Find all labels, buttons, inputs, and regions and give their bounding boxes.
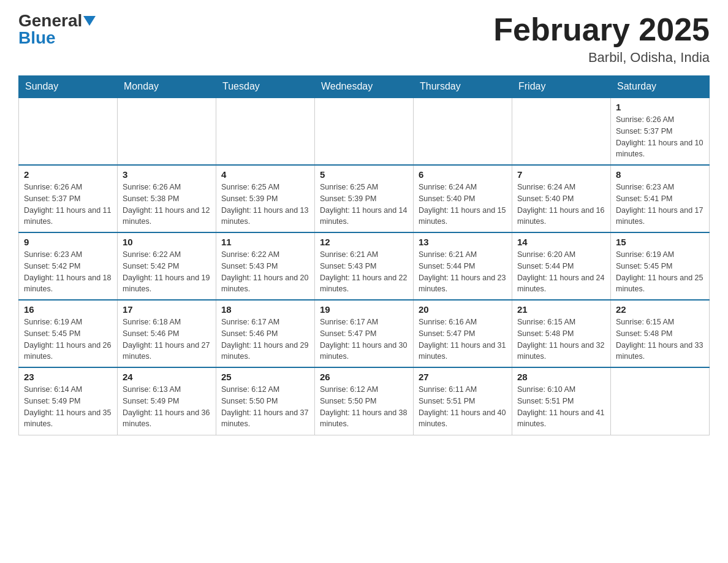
calendar-subtitle: Barbil, Odisha, India — [493, 50, 710, 66]
day-number: 11 — [221, 237, 309, 247]
week-row-4: 23Sunrise: 6:14 AMSunset: 5:49 PMDayligh… — [19, 367, 710, 435]
calendar-cell: 27Sunrise: 6:11 AMSunset: 5:51 PMDayligh… — [414, 367, 512, 435]
weekday-header-row: SundayMondayTuesdayWednesdayThursdayFrid… — [19, 76, 710, 98]
day-number: 7 — [517, 169, 605, 180]
day-info: Sunrise: 6:14 AMSunset: 5:49 PMDaylight:… — [24, 384, 112, 430]
day-number: 26 — [320, 372, 408, 382]
calendar-cell: 19Sunrise: 6:17 AMSunset: 5:47 PMDayligh… — [315, 300, 414, 367]
day-info: Sunrise: 6:26 AMSunset: 5:38 PMDaylight:… — [123, 182, 211, 228]
calendar-cell: 28Sunrise: 6:10 AMSunset: 5:51 PMDayligh… — [512, 367, 611, 435]
day-info: Sunrise: 6:11 AMSunset: 5:51 PMDaylight:… — [419, 384, 507, 430]
calendar-table: SundayMondayTuesdayWednesdayThursdayFrid… — [18, 75, 710, 435]
day-info: Sunrise: 6:24 AMSunset: 5:40 PMDaylight:… — [517, 182, 605, 228]
day-info: Sunrise: 6:25 AMSunset: 5:39 PMDaylight:… — [320, 182, 408, 228]
calendar-cell: 4Sunrise: 6:25 AMSunset: 5:39 PMDaylight… — [216, 165, 315, 232]
day-info: Sunrise: 6:26 AMSunset: 5:37 PMDaylight:… — [616, 114, 704, 160]
day-info: Sunrise: 6:16 AMSunset: 5:47 PMDaylight:… — [419, 316, 507, 362]
calendar-cell: 8Sunrise: 6:23 AMSunset: 5:41 PMDaylight… — [611, 165, 710, 232]
calendar-cell — [118, 98, 216, 165]
day-info: Sunrise: 6:18 AMSunset: 5:46 PMDaylight:… — [123, 316, 211, 362]
day-info: Sunrise: 6:10 AMSunset: 5:51 PMDaylight:… — [517, 384, 605, 430]
day-number: 5 — [320, 169, 408, 180]
weekday-header-saturday: Saturday — [611, 76, 710, 98]
calendar-cell: 18Sunrise: 6:17 AMSunset: 5:46 PMDayligh… — [216, 300, 315, 367]
day-info: Sunrise: 6:15 AMSunset: 5:48 PMDaylight:… — [517, 316, 605, 362]
day-number: 1 — [616, 102, 704, 112]
week-row-1: 2Sunrise: 6:26 AMSunset: 5:37 PMDaylight… — [19, 165, 710, 232]
calendar-cell: 6Sunrise: 6:24 AMSunset: 5:40 PMDaylight… — [414, 165, 512, 232]
day-number: 4 — [221, 169, 309, 180]
calendar-cell: 12Sunrise: 6:21 AMSunset: 5:43 PMDayligh… — [315, 232, 414, 300]
calendar-cell: 15Sunrise: 6:19 AMSunset: 5:45 PMDayligh… — [611, 232, 710, 300]
day-info: Sunrise: 6:20 AMSunset: 5:44 PMDaylight:… — [517, 249, 605, 295]
calendar-cell: 22Sunrise: 6:15 AMSunset: 5:48 PMDayligh… — [611, 300, 710, 367]
day-info: Sunrise: 6:22 AMSunset: 5:42 PMDaylight:… — [123, 249, 211, 295]
day-info: Sunrise: 6:15 AMSunset: 5:48 PMDaylight:… — [616, 316, 704, 362]
day-number: 9 — [24, 237, 112, 247]
day-number: 6 — [419, 169, 507, 180]
page-header: General Blue February 2025 Barbil, Odish… — [18, 12, 710, 66]
week-row-0: 1Sunrise: 6:26 AMSunset: 5:37 PMDaylight… — [19, 98, 710, 165]
day-number: 2 — [24, 169, 112, 180]
weekday-header-tuesday: Tuesday — [216, 76, 315, 98]
day-info: Sunrise: 6:22 AMSunset: 5:43 PMDaylight:… — [221, 249, 309, 295]
day-number: 22 — [616, 304, 704, 315]
calendar-cell: 2Sunrise: 6:26 AMSunset: 5:37 PMDaylight… — [19, 165, 118, 232]
day-info: Sunrise: 6:24 AMSunset: 5:40 PMDaylight:… — [419, 182, 507, 228]
calendar-cell: 25Sunrise: 6:12 AMSunset: 5:50 PMDayligh… — [216, 367, 315, 435]
day-number: 21 — [517, 304, 605, 315]
day-info: Sunrise: 6:17 AMSunset: 5:47 PMDaylight:… — [320, 316, 408, 362]
calendar-cell — [512, 98, 611, 165]
calendar-cell: 11Sunrise: 6:22 AMSunset: 5:43 PMDayligh… — [216, 232, 315, 300]
day-number: 27 — [419, 372, 507, 382]
calendar-cell — [414, 98, 512, 165]
logo-general: General — [18, 12, 82, 29]
calendar-cell: 10Sunrise: 6:22 AMSunset: 5:42 PMDayligh… — [118, 232, 216, 300]
day-number: 19 — [320, 304, 408, 315]
day-number: 12 — [320, 237, 408, 247]
day-info: Sunrise: 6:19 AMSunset: 5:45 PMDaylight:… — [616, 249, 704, 295]
day-number: 28 — [517, 372, 605, 382]
day-number: 13 — [419, 237, 507, 247]
day-info: Sunrise: 6:12 AMSunset: 5:50 PMDaylight:… — [221, 384, 309, 430]
day-info: Sunrise: 6:17 AMSunset: 5:46 PMDaylight:… — [221, 316, 309, 362]
day-info: Sunrise: 6:26 AMSunset: 5:37 PMDaylight:… — [24, 182, 112, 228]
calendar-cell: 13Sunrise: 6:21 AMSunset: 5:44 PMDayligh… — [414, 232, 512, 300]
day-number: 18 — [221, 304, 309, 315]
day-number: 25 — [221, 372, 309, 382]
logo-triangle-icon — [83, 16, 96, 26]
day-info: Sunrise: 6:19 AMSunset: 5:45 PMDaylight:… — [24, 316, 112, 362]
day-info: Sunrise: 6:21 AMSunset: 5:43 PMDaylight:… — [320, 249, 408, 295]
day-number: 14 — [517, 237, 605, 247]
calendar-cell — [611, 367, 710, 435]
title-area: February 2025 Barbil, Odisha, India — [493, 12, 710, 66]
day-info: Sunrise: 6:13 AMSunset: 5:49 PMDaylight:… — [123, 384, 211, 430]
calendar-cell: 9Sunrise: 6:23 AMSunset: 5:42 PMDaylight… — [19, 232, 118, 300]
calendar-cell: 16Sunrise: 6:19 AMSunset: 5:45 PMDayligh… — [19, 300, 118, 367]
calendar-cell: 23Sunrise: 6:14 AMSunset: 5:49 PMDayligh… — [19, 367, 118, 435]
logo-blue: Blue — [18, 29, 56, 47]
calendar-cell: 17Sunrise: 6:18 AMSunset: 5:46 PMDayligh… — [118, 300, 216, 367]
calendar-cell: 3Sunrise: 6:26 AMSunset: 5:38 PMDaylight… — [118, 165, 216, 232]
day-info: Sunrise: 6:23 AMSunset: 5:41 PMDaylight:… — [616, 182, 704, 228]
week-row-2: 9Sunrise: 6:23 AMSunset: 5:42 PMDaylight… — [19, 232, 710, 300]
logo: General Blue — [18, 12, 96, 47]
weekday-header-thursday: Thursday — [414, 76, 512, 98]
day-info: Sunrise: 6:12 AMSunset: 5:50 PMDaylight:… — [320, 384, 408, 430]
weekday-header-monday: Monday — [118, 76, 216, 98]
calendar-cell: 7Sunrise: 6:24 AMSunset: 5:40 PMDaylight… — [512, 165, 611, 232]
day-number: 3 — [123, 169, 211, 180]
calendar-cell: 21Sunrise: 6:15 AMSunset: 5:48 PMDayligh… — [512, 300, 611, 367]
day-number: 10 — [123, 237, 211, 247]
day-number: 24 — [123, 372, 211, 382]
week-row-3: 16Sunrise: 6:19 AMSunset: 5:45 PMDayligh… — [19, 300, 710, 367]
calendar-cell — [315, 98, 414, 165]
calendar-cell: 24Sunrise: 6:13 AMSunset: 5:49 PMDayligh… — [118, 367, 216, 435]
day-info: Sunrise: 6:25 AMSunset: 5:39 PMDaylight:… — [221, 182, 309, 228]
day-number: 16 — [24, 304, 112, 315]
weekday-header-friday: Friday — [512, 76, 611, 98]
calendar-cell: 14Sunrise: 6:20 AMSunset: 5:44 PMDayligh… — [512, 232, 611, 300]
calendar-cell: 20Sunrise: 6:16 AMSunset: 5:47 PMDayligh… — [414, 300, 512, 367]
day-number: 8 — [616, 169, 704, 180]
calendar-cell: 26Sunrise: 6:12 AMSunset: 5:50 PMDayligh… — [315, 367, 414, 435]
